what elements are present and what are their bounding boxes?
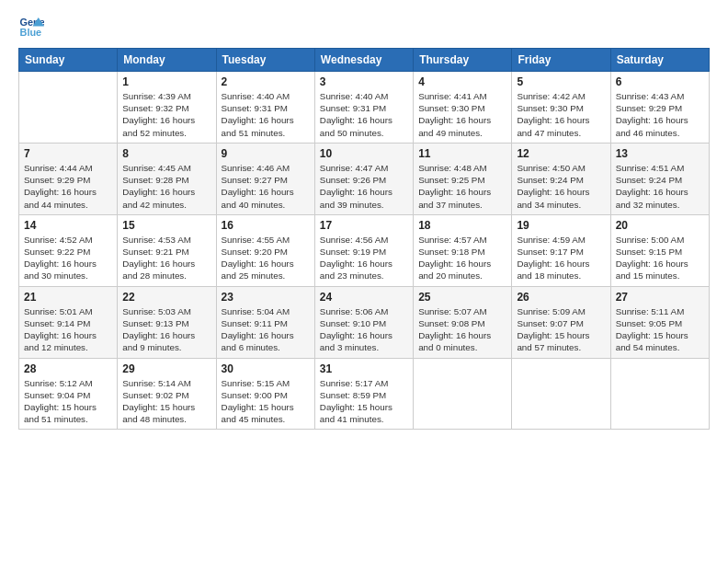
- day-cell: 11Sunrise: 4:48 AMSunset: 9:25 PMDayligh…: [414, 143, 512, 214]
- day-cell: [512, 358, 610, 430]
- weekday-sunday: Sunday: [19, 49, 118, 72]
- week-row-5: 28Sunrise: 5:12 AMSunset: 9:04 PMDayligh…: [19, 358, 710, 430]
- header: General Blue: [18, 15, 710, 40]
- day-number: 20: [616, 219, 704, 232]
- day-info: Sunrise: 5:09 AMSunset: 9:07 PMDaylight:…: [517, 305, 605, 354]
- weekday-wednesday: Wednesday: [314, 49, 413, 72]
- weekday-monday: Monday: [118, 49, 216, 72]
- day-cell: 31Sunrise: 5:17 AMSunset: 8:59 PMDayligh…: [314, 358, 413, 430]
- day-info: Sunrise: 4:43 AMSunset: 9:29 PMDaylight:…: [616, 90, 704, 139]
- day-info: Sunrise: 4:40 AMSunset: 9:31 PMDaylight:…: [320, 90, 408, 139]
- day-number: 2: [222, 75, 310, 88]
- day-info: Sunrise: 4:52 AMSunset: 9:22 PMDaylight:…: [24, 234, 112, 282]
- day-number: 3: [320, 75, 408, 88]
- day-info: Sunrise: 4:42 AMSunset: 9:30 PMDaylight:…: [517, 90, 605, 139]
- day-cell: 18Sunrise: 4:57 AMSunset: 9:18 PMDayligh…: [414, 214, 512, 286]
- calendar-table: SundayMondayTuesdayWednesdayThursdayFrid…: [18, 48, 710, 430]
- day-info: Sunrise: 5:03 AMSunset: 9:13 PMDaylight:…: [122, 305, 210, 354]
- day-number: 19: [517, 219, 605, 232]
- day-info: Sunrise: 4:44 AMSunset: 9:29 PMDaylight:…: [24, 162, 112, 211]
- day-info: Sunrise: 5:14 AMSunset: 9:02 PMDaylight:…: [122, 377, 210, 426]
- day-number: 24: [320, 291, 408, 304]
- day-number: 25: [418, 291, 506, 304]
- week-row-4: 21Sunrise: 5:01 AMSunset: 9:14 PMDayligh…: [19, 286, 710, 358]
- day-info: Sunrise: 4:46 AMSunset: 9:27 PMDaylight:…: [222, 162, 310, 211]
- week-row-1: 1Sunrise: 4:39 AMSunset: 9:32 PMDaylight…: [19, 72, 710, 144]
- day-number: 4: [418, 75, 506, 88]
- day-cell: 26Sunrise: 5:09 AMSunset: 9:07 PMDayligh…: [512, 286, 610, 358]
- day-cell: [19, 72, 118, 144]
- day-info: Sunrise: 4:53 AMSunset: 9:21 PMDaylight:…: [122, 234, 210, 282]
- day-cell: [610, 358, 709, 430]
- day-cell: [414, 358, 512, 430]
- day-cell: 30Sunrise: 5:15 AMSunset: 9:00 PMDayligh…: [216, 358, 314, 430]
- day-info: Sunrise: 4:45 AMSunset: 9:28 PMDaylight:…: [122, 162, 210, 211]
- day-cell: 1Sunrise: 4:39 AMSunset: 9:32 PMDaylight…: [118, 72, 216, 144]
- day-number: 1: [122, 75, 210, 88]
- day-cell: 28Sunrise: 5:12 AMSunset: 9:04 PMDayligh…: [19, 358, 118, 430]
- day-info: Sunrise: 5:17 AMSunset: 8:59 PMDaylight:…: [320, 377, 408, 426]
- day-number: 12: [517, 147, 605, 160]
- day-number: 17: [320, 219, 408, 232]
- logo: General Blue: [18, 15, 48, 40]
- day-cell: 24Sunrise: 5:06 AMSunset: 9:10 PMDayligh…: [314, 286, 413, 358]
- day-cell: 15Sunrise: 4:53 AMSunset: 9:21 PMDayligh…: [118, 214, 216, 286]
- weekday-saturday: Saturday: [610, 49, 709, 72]
- day-info: Sunrise: 5:00 AMSunset: 9:15 PMDaylight:…: [616, 234, 704, 282]
- day-number: 21: [24, 291, 112, 304]
- weekday-header-row: SundayMondayTuesdayWednesdayThursdayFrid…: [19, 49, 710, 72]
- day-info: Sunrise: 5:01 AMSunset: 9:14 PMDaylight:…: [24, 305, 112, 354]
- day-number: 11: [418, 147, 506, 160]
- day-info: Sunrise: 4:40 AMSunset: 9:31 PMDaylight:…: [222, 90, 310, 139]
- day-number: 16: [222, 219, 310, 232]
- day-cell: 13Sunrise: 4:51 AMSunset: 9:24 PMDayligh…: [610, 143, 709, 214]
- day-cell: 2Sunrise: 4:40 AMSunset: 9:31 PMDaylight…: [216, 72, 314, 144]
- weekday-tuesday: Tuesday: [216, 49, 314, 72]
- day-info: Sunrise: 5:07 AMSunset: 9:08 PMDaylight:…: [418, 305, 506, 354]
- day-info: Sunrise: 4:50 AMSunset: 9:24 PMDaylight:…: [517, 162, 605, 211]
- day-cell: 5Sunrise: 4:42 AMSunset: 9:30 PMDaylight…: [512, 72, 610, 144]
- day-number: 26: [517, 291, 605, 304]
- day-info: Sunrise: 5:11 AMSunset: 9:05 PMDaylight:…: [616, 305, 704, 354]
- day-cell: 7Sunrise: 4:44 AMSunset: 9:29 PMDaylight…: [19, 143, 118, 214]
- day-cell: 16Sunrise: 4:55 AMSunset: 9:20 PMDayligh…: [216, 214, 314, 286]
- day-cell: 8Sunrise: 4:45 AMSunset: 9:28 PMDaylight…: [118, 143, 216, 214]
- week-row-3: 14Sunrise: 4:52 AMSunset: 9:22 PMDayligh…: [19, 214, 710, 286]
- day-number: 8: [122, 147, 210, 160]
- svg-text:Blue: Blue: [20, 27, 42, 38]
- day-info: Sunrise: 4:56 AMSunset: 9:19 PMDaylight:…: [320, 234, 408, 282]
- week-row-2: 7Sunrise: 4:44 AMSunset: 9:29 PMDaylight…: [19, 143, 710, 214]
- day-cell: 3Sunrise: 4:40 AMSunset: 9:31 PMDaylight…: [314, 72, 413, 144]
- day-cell: 27Sunrise: 5:11 AMSunset: 9:05 PMDayligh…: [610, 286, 709, 358]
- day-info: Sunrise: 4:39 AMSunset: 9:32 PMDaylight:…: [122, 90, 210, 139]
- day-number: 5: [517, 75, 605, 88]
- day-info: Sunrise: 4:51 AMSunset: 9:24 PMDaylight:…: [616, 162, 704, 211]
- day-cell: 6Sunrise: 4:43 AMSunset: 9:29 PMDaylight…: [610, 72, 709, 144]
- weekday-thursday: Thursday: [414, 49, 512, 72]
- day-cell: 29Sunrise: 5:14 AMSunset: 9:02 PMDayligh…: [118, 358, 216, 430]
- day-number: 10: [320, 147, 408, 160]
- day-cell: 4Sunrise: 4:41 AMSunset: 9:30 PMDaylight…: [414, 72, 512, 144]
- day-number: 6: [616, 75, 704, 88]
- day-cell: 20Sunrise: 5:00 AMSunset: 9:15 PMDayligh…: [610, 214, 709, 286]
- day-number: 28: [24, 362, 112, 375]
- calendar-page: General Blue SundayMondayTuesdayWednesda…: [0, 0, 728, 563]
- day-cell: 21Sunrise: 5:01 AMSunset: 9:14 PMDayligh…: [19, 286, 118, 358]
- day-info: Sunrise: 5:12 AMSunset: 9:04 PMDaylight:…: [24, 377, 112, 426]
- day-cell: 17Sunrise: 4:56 AMSunset: 9:19 PMDayligh…: [314, 214, 413, 286]
- day-number: 31: [320, 362, 408, 375]
- day-number: 27: [616, 291, 704, 304]
- day-cell: 12Sunrise: 4:50 AMSunset: 9:24 PMDayligh…: [512, 143, 610, 214]
- day-number: 22: [122, 291, 210, 304]
- day-info: Sunrise: 4:55 AMSunset: 9:20 PMDaylight:…: [222, 234, 310, 282]
- day-info: Sunrise: 4:48 AMSunset: 9:25 PMDaylight:…: [418, 162, 506, 211]
- day-info: Sunrise: 5:06 AMSunset: 9:10 PMDaylight:…: [320, 305, 408, 354]
- day-number: 18: [418, 219, 506, 232]
- day-number: 7: [24, 147, 112, 160]
- day-info: Sunrise: 5:15 AMSunset: 9:00 PMDaylight:…: [222, 377, 310, 426]
- day-cell: 14Sunrise: 4:52 AMSunset: 9:22 PMDayligh…: [19, 214, 118, 286]
- day-number: 14: [24, 219, 112, 232]
- day-info: Sunrise: 4:47 AMSunset: 9:26 PMDaylight:…: [320, 162, 408, 211]
- day-cell: 23Sunrise: 5:04 AMSunset: 9:11 PMDayligh…: [216, 286, 314, 358]
- day-number: 15: [122, 219, 210, 232]
